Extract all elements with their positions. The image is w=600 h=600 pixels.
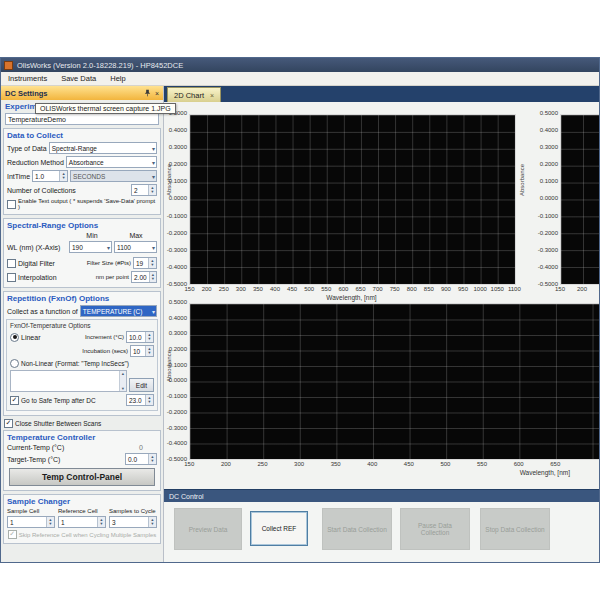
preview-data-button[interactable]: Preview Data (174, 508, 242, 550)
target-temp-stepper[interactable]: 0.0▴▾ (125, 453, 157, 465)
menu-instruments[interactable]: Instruments (8, 74, 47, 83)
spectrum-plot-top-right[interactable] (560, 114, 599, 285)
tick-label: 0.1000 (540, 178, 558, 184)
collect-ref-button[interactable]: Collect REF (250, 511, 308, 546)
type-of-data-select[interactable]: Spectral-Range▾ (49, 142, 157, 154)
menu-save-data[interactable]: Save Data (61, 74, 96, 83)
filter-size-stepper[interactable]: 19▴▾ (133, 257, 157, 269)
tick-label: 250 (593, 286, 599, 292)
temperature-controller-group: Temperature Controller Current-Temp (°C)… (3, 430, 161, 491)
tab-close-icon[interactable]: × (210, 92, 214, 99)
start-data-collection-button[interactable]: Start Data Collection (322, 508, 392, 550)
tick-label: 0.4000 (169, 315, 187, 321)
tick-label: 350 (249, 286, 266, 292)
pause-data-collection-button[interactable]: Pause Data Collection (400, 508, 470, 550)
interpolation-checkbox[interactable] (7, 273, 16, 282)
wl-max-select[interactable]: 1100▾ (114, 241, 157, 253)
reduction-method-select[interactable]: Absorbance▾ (66, 156, 157, 168)
tick-label: 650 (537, 461, 574, 467)
temp-control-panel-button[interactable]: Temp Control-Panel (9, 468, 155, 486)
tick-label: 0.0000 (540, 195, 558, 201)
menu-help[interactable]: Help (110, 74, 125, 83)
enable-text-output-checkbox[interactable] (7, 200, 16, 209)
inttime-label: IntTime (7, 173, 30, 180)
nm-per-point-stepper[interactable]: 2.00▴▾ (131, 271, 157, 283)
digital-filter-label: Digital Filter (18, 260, 85, 267)
digital-filter-checkbox[interactable] (7, 259, 16, 268)
reduction-method-label: Reduction Method (7, 159, 64, 166)
nonlinear-radio[interactable] (10, 359, 19, 368)
safe-temp-stepper[interactable]: 23.0▴▾ (126, 394, 154, 406)
dc-control-panel: DC Control Preview Data Collect REF Star… (164, 489, 599, 562)
tick-label: 550 (464, 461, 501, 467)
spin-down-icon[interactable]: ▾ (151, 190, 153, 195)
chevron-down-icon: ▾ (152, 308, 155, 315)
data-to-collect-title: Data to Collect (7, 131, 158, 140)
content: DC Settings × Experiment TemperatureDemo… (1, 86, 599, 562)
repetition-title: Repetition (FxnOf) Options (7, 294, 158, 303)
max-label: Max (115, 232, 157, 239)
tick-label: 500 (301, 286, 318, 292)
tick-label: 0.2000 (169, 161, 187, 167)
close-icon[interactable]: × (155, 90, 159, 97)
skip-reference-checkbox[interactable]: ✓ (8, 530, 17, 539)
nonlinear-textarea[interactable]: ▴▾ (10, 370, 127, 392)
sample-cell-label: Sample Cell (7, 508, 55, 514)
tick-label: 0.2000 (540, 161, 558, 167)
sample-cell-stepper[interactable]: 1▴▾ (7, 516, 55, 528)
linear-radio[interactable] (10, 333, 19, 342)
stop-data-collection-button[interactable]: Stop Data Collection (480, 508, 550, 550)
checkmark-icon: ✓ (12, 396, 18, 403)
spin-down-icon[interactable]: ▾ (62, 176, 64, 181)
temperature-controller-title: Temperature Controller (7, 433, 158, 442)
spin-down-icon[interactable]: ▾ (49, 522, 51, 527)
spin-down-icon[interactable]: ▾ (152, 277, 154, 282)
spin-up-icon[interactable]: ▴ (122, 371, 124, 376)
x-axis-ticks: 150200250 (549, 286, 599, 292)
reference-cell-label: Reference Cell (58, 508, 106, 514)
spin-down-icon[interactable]: ▾ (122, 386, 124, 391)
wl-min-select[interactable]: 190▾ (69, 241, 112, 253)
tick-label: 0.5000 (540, 110, 558, 116)
spin-down-icon[interactable]: ▾ (151, 522, 153, 527)
x-axis-ticks: 150200250300350400450500550600650 (171, 461, 574, 467)
spin-down-icon[interactable]: ▾ (151, 263, 153, 268)
spin-down-icon[interactable]: ▾ (100, 522, 102, 527)
menu-bar: Instruments Save Data Help (1, 72, 599, 86)
spin-down-icon[interactable]: ▾ (148, 337, 150, 342)
dc-settings-panel: DC Settings × Experiment TemperatureDemo… (1, 86, 164, 562)
inttime-units-select[interactable]: SECONDS▾ (70, 170, 157, 182)
spectrum-plot-bottom[interactable] (189, 303, 599, 460)
spectrum-plot-top[interactable] (189, 114, 516, 285)
reference-cell-stepper[interactable]: 1▴▾ (58, 516, 106, 528)
tick-label: 800 (403, 286, 420, 292)
tab-2d-chart[interactable]: 2D Chart × (167, 87, 221, 102)
samples-to-cycle-stepper[interactable]: 3▴▾ (109, 516, 157, 528)
collect-fn-select[interactable]: TEMPERATURE (C)▾ (80, 305, 157, 317)
increment-stepper[interactable]: 10.0▴▾ (126, 331, 154, 343)
main-area: 2D Chart × Absorbance 0.50000.40000.3000… (164, 86, 599, 562)
incubation-stepper[interactable]: 10▴▾ (130, 345, 154, 357)
nonlinear-label: Non-Linear (Format: "Temp IncSecs") (21, 360, 129, 367)
inttime-stepper[interactable]: 1.0▴▾ (32, 170, 68, 182)
samples-to-cycle-label: Samples to Cycle (109, 508, 157, 514)
collections-stepper[interactable]: 2▴▾ (131, 184, 157, 196)
spin-down-icon[interactable]: ▾ (148, 400, 150, 405)
edit-button[interactable]: Edit (129, 378, 154, 392)
spin-down-icon[interactable]: ▾ (151, 459, 153, 464)
tick-label: 750 (386, 286, 403, 292)
close-shutter-checkbox[interactable]: ✓ (4, 419, 13, 428)
chevron-down-icon: ▾ (107, 244, 110, 251)
safe-temp-checkbox[interactable]: ✓ (10, 396, 19, 405)
title-bar[interactable]: OlisWorks (Version 2.0-18228.219) - HP84… (1, 58, 599, 72)
spin-down-icon[interactable]: ▾ (148, 351, 150, 356)
dc-control-body: Preview Data Collect REF Start Data Coll… (164, 502, 599, 562)
experiment-input[interactable]: TemperatureDemo (5, 113, 159, 125)
dc-settings-header[interactable]: DC Settings × (1, 86, 163, 100)
pin-icon[interactable] (144, 89, 151, 97)
tick-label: 550 (318, 286, 335, 292)
tick-label: -0.4000 (538, 264, 558, 270)
chevron-down-icon: ▾ (152, 173, 155, 180)
tick-label: 0.0000 (169, 377, 187, 383)
app-window: OlisWorks (Version 2.0-18228.219) - HP84… (0, 57, 600, 563)
